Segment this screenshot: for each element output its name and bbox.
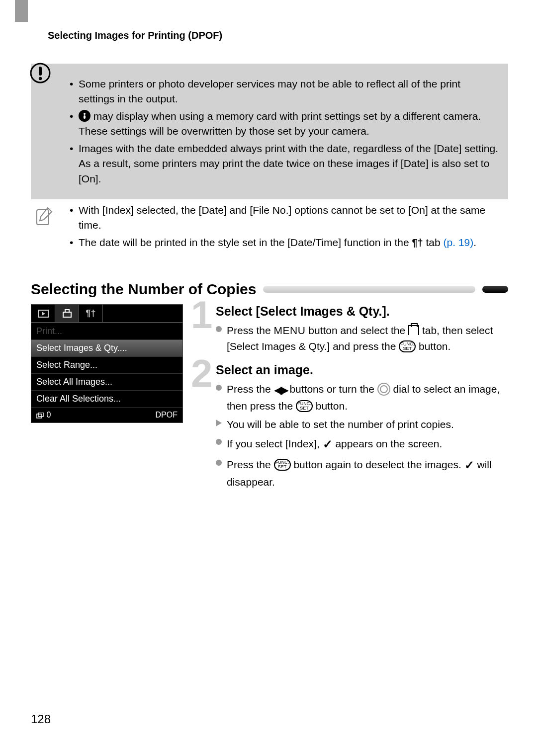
warning-box: Some printers or photo developer service… (31, 64, 508, 199)
step-1: 1 Select [Select Images & Qty.]. Press t… (194, 304, 508, 354)
note-box: With [Index] selected, the [Date] and [F… (31, 198, 508, 257)
warning-icon (30, 63, 51, 84)
camera-menu-item: Print... (31, 323, 182, 339)
camera-menu-item-selected: Select Images & Qty.... (31, 339, 182, 356)
svg-point-3 (84, 113, 86, 115)
warning-item: may display when using a memory card wit… (70, 109, 499, 139)
func-set-button-icon: FUNC.SET (296, 400, 313, 412)
warning-item: Some printers or photo developer service… (70, 77, 499, 107)
step-number: 1 (191, 295, 212, 334)
camera-footer-dpof: DPOF (156, 411, 178, 420)
section-heading-row: Selecting the Number of Copies (31, 281, 508, 298)
camera-tab-setup: ¶† (79, 305, 103, 322)
checkmark-icon: ✓ (464, 458, 474, 472)
camera-menu-item: Clear All Selections... (31, 390, 182, 407)
func-set-button-icon: FUNC.SET (274, 459, 291, 471)
note-item: The date will be printed in the style se… (70, 235, 499, 250)
left-right-arrows-icon: ◀▶ (274, 384, 287, 396)
step-bullet: Press the MENU button and select the tab… (216, 323, 508, 354)
step-bullet: Press the ◀▶ buttons or turn the dial to… (216, 381, 508, 414)
page-edge-tab (15, 0, 28, 22)
tools-tab-icon: ¶† (412, 236, 423, 250)
note-text: . (473, 237, 476, 248)
section-title: Selecting the Number of Copies (31, 281, 256, 298)
note-list: With [Index] selected, the [Date] and [F… (70, 203, 499, 250)
step-result: You will be able to set the number of pr… (216, 417, 508, 432)
camera-tab-playback (31, 305, 55, 322)
svg-rect-9 (65, 310, 69, 312)
pencil-icon (34, 206, 54, 226)
heading-rule (263, 286, 475, 293)
info-badge-icon (79, 110, 90, 122)
svg-rect-4 (84, 115, 86, 119)
step-title: Select an image. (216, 363, 508, 377)
func-set-button-icon: FUNC.SET (399, 340, 416, 352)
camera-menu-screenshot: ¶† Print... Select Images & Qty.... Sele… (31, 304, 183, 423)
step-2: 2 Select an image. Press the ◀▶ buttons … (194, 363, 508, 490)
page-number: 128 (31, 712, 51, 726)
checkmark-icon: ✓ (323, 437, 333, 451)
menu-button-label: MENU (274, 325, 306, 336)
camera-footer-count: 0 (36, 411, 51, 420)
warning-list: Some printers or photo developer service… (70, 77, 499, 186)
note-item: With [Index] selected, the [Date] and [F… (70, 203, 499, 233)
content-row: ¶† Print... Select Images & Qty.... Sele… (31, 304, 508, 499)
step-title: Select [Select Images & Qty.]. (216, 304, 508, 319)
svg-marker-7 (42, 312, 45, 316)
svg-rect-1 (39, 67, 42, 76)
control-dial-icon (377, 383, 390, 396)
svg-rect-11 (38, 413, 43, 417)
camera-tabs: ¶† (31, 305, 182, 323)
page-reference-link[interactable]: (p. 19) (444, 237, 474, 248)
print-tab-icon (408, 325, 419, 335)
camera-footer: 0 DPOF (31, 407, 182, 422)
svg-rect-10 (37, 414, 42, 418)
step-bullet: If you select [Index], ✓ appears on the … (216, 435, 508, 453)
camera-menu-item: Select All Images... (31, 373, 182, 390)
warning-text: may display when using a memory card wit… (79, 110, 481, 137)
note-text: tab (423, 237, 444, 248)
steps-column: 1 Select [Select Images & Qty.]. Press t… (194, 304, 508, 499)
step-bullet: Press the FUNC.SET button again to desel… (216, 456, 508, 490)
svg-rect-8 (63, 312, 71, 317)
step-body: Press the MENU button and select the tab… (216, 323, 508, 354)
step-number: 2 (191, 354, 212, 393)
svg-point-2 (39, 77, 42, 80)
step-body: Press the ◀▶ buttons or turn the dial to… (216, 381, 508, 490)
camera-menu-item: Select Range... (31, 356, 182, 373)
page-header: Selecting Images for Printing (DPOF) (48, 30, 222, 41)
warning-item: Images with the date embedded always pri… (70, 141, 499, 186)
camera-tab-print (55, 305, 79, 322)
heading-rule-cap (482, 286, 508, 293)
note-text: The date will be printed in the style se… (79, 237, 412, 248)
